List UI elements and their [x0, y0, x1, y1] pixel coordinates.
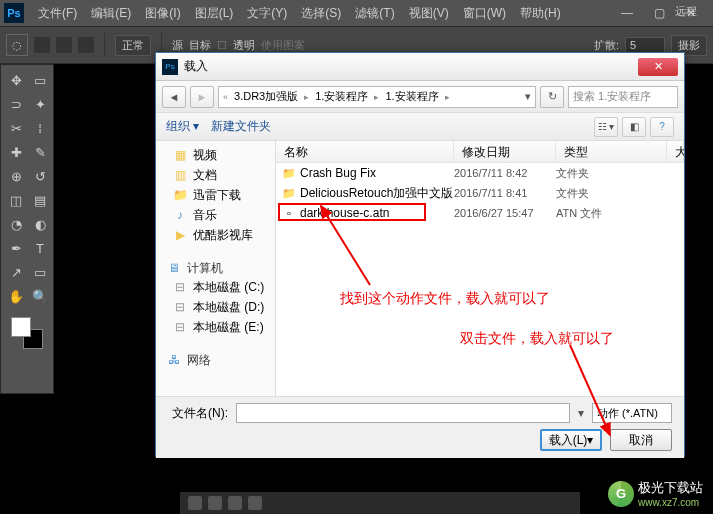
file-list: 名称 修改日期 类型 大 📁Crash Bug Fix 2016/7/11 8:… [276, 141, 684, 396]
sidebar-computer[interactable]: 🖥计算机 [156, 255, 275, 277]
folder-icon: 📁 [282, 167, 296, 179]
cancel-button[interactable]: 取消 [610, 429, 672, 451]
opt-mode[interactable]: 正常 [115, 35, 151, 56]
menu-view[interactable]: 视图(V) [403, 2, 455, 25]
swatch-3[interactable] [78, 37, 94, 53]
breadcrumb-1[interactable]: 1.安装程序 [311, 89, 372, 104]
swatch-1[interactable] [34, 37, 50, 53]
sidebar-network[interactable]: 🖧网络 [156, 347, 275, 369]
sidebar-disk-e[interactable]: ⊟本地磁盘 (E:) [156, 317, 275, 337]
folder-icon: 📁 [282, 187, 296, 199]
swatch-2[interactable] [56, 37, 72, 53]
organize-button[interactable]: 组织 ▾ [166, 118, 199, 135]
dialog-close-button[interactable]: ✕ [638, 58, 678, 76]
marquee-tool-icon[interactable]: ▭ [29, 69, 51, 91]
help-button[interactable]: ? [650, 117, 674, 137]
eraser-tool-icon[interactable]: ◫ [5, 189, 27, 211]
hand-tool-icon[interactable]: ✋ [5, 285, 27, 307]
filetype-select[interactable]: 动作 (*.ATN) [592, 403, 672, 423]
list-row[interactable]: ▫dark house-c.atn 2016/6/27 15:47 ATN 文件 [276, 203, 684, 223]
tool-preset-icon[interactable]: ◌ [6, 34, 28, 56]
minimize-button[interactable]: — [613, 4, 641, 22]
view-mode-button[interactable]: ☷ ▾ [594, 117, 618, 137]
brush-tool-icon[interactable]: ✎ [29, 141, 51, 163]
bottom-bar [180, 492, 580, 514]
maximize-button[interactable]: ▢ [645, 4, 673, 22]
col-type[interactable]: 类型 [556, 141, 667, 162]
breadcrumb-2[interactable]: 1.安装程序 [381, 89, 442, 104]
preview-button[interactable]: ◧ [622, 117, 646, 137]
opt-source[interactable]: 源 [172, 38, 183, 53]
breadcrumb-0[interactable]: 3.DR3加强版 [230, 89, 302, 104]
sidebar-disk-c[interactable]: ⊟本地磁盘 (C:) [156, 277, 275, 297]
path-tool-icon[interactable]: ↗ [5, 261, 27, 283]
crop-tool-icon[interactable]: ✂ [5, 117, 27, 139]
col-size[interactable]: 大 [667, 141, 684, 162]
menu-type[interactable]: 文字(Y) [241, 2, 293, 25]
new-folder-button[interactable]: 新建文件夹 [211, 118, 271, 135]
filename-label: 文件名(N): [168, 405, 228, 422]
dialog-body: ▦视频 ▥文档 📁迅雷下载 ♪音乐 ▶优酷影视库 🖥计算机 ⊟本地磁盘 (C:)… [156, 141, 684, 396]
sidebar-video[interactable]: ▦视频 [156, 145, 275, 165]
nav-back-button[interactable]: ◄ [162, 86, 186, 108]
sidebar-disk-d[interactable]: ⊟本地磁盘 (D:) [156, 297, 275, 317]
zoom-tool-icon[interactable]: 🔍 [29, 285, 51, 307]
lasso-tool-icon[interactable]: ⊃ [5, 93, 27, 115]
heal-tool-icon[interactable]: ✚ [5, 141, 27, 163]
remote-label: 远程 [675, 4, 697, 19]
history-brush-icon[interactable]: ↺ [29, 165, 51, 187]
nav-refresh-button[interactable]: ↻ [540, 86, 564, 108]
dialog-toolbar: 组织 ▾ 新建文件夹 ☷ ▾ ◧ ? [156, 113, 684, 141]
menu-window[interactable]: 窗口(W) [457, 2, 512, 25]
menu-help[interactable]: 帮助(H) [514, 2, 567, 25]
blur-tool-icon[interactable]: ◔ [5, 213, 27, 235]
sidebar-xunlei[interactable]: 📁迅雷下载 [156, 185, 275, 205]
menu-file[interactable]: 文件(F) [32, 2, 83, 25]
pen-tool-icon[interactable]: ✒ [5, 237, 27, 259]
type-tool-icon[interactable]: T [29, 237, 51, 259]
dodge-tool-icon[interactable]: ◐ [29, 213, 51, 235]
menu-select[interactable]: 选择(S) [295, 2, 347, 25]
bb-play-icon[interactable] [188, 496, 202, 510]
list-row[interactable]: 📁Crash Bug Fix 2016/7/11 8:42 文件夹 [276, 163, 684, 183]
fg-color[interactable] [11, 317, 31, 337]
load-button[interactable]: 载入(L) ▾ [540, 429, 602, 451]
dialog-nav-bar: ◄ ► « 3.DR3加强版 ▸ 1.安装程序 ▸ 1.安装程序 ▸ ▾ ↻ 搜… [156, 81, 684, 113]
window-controls: — ▢ ✕ [613, 4, 713, 22]
bb-stop-icon[interactable] [228, 496, 242, 510]
color-swatches[interactable] [11, 317, 43, 349]
sidebar-youku[interactable]: ▶优酷影视库 [156, 225, 275, 245]
sidebar-docs[interactable]: ▥文档 [156, 165, 275, 185]
ps-toolbox: ✥ ▭ ⊃ ✦ ✂ ⁞ ✚ ✎ ⊕ ↺ ◫ ▤ ◔ ◐ ✒ T ↗ ▭ ✋ 🔍 [0, 64, 54, 394]
opt-target[interactable]: 目标 [189, 38, 211, 53]
menu-image[interactable]: 图像(I) [139, 2, 186, 25]
sidebar: ▦视频 ▥文档 📁迅雷下载 ♪音乐 ▶优酷影视库 🖥计算机 ⊟本地磁盘 (C:)… [156, 141, 276, 396]
nav-fwd-button[interactable]: ► [190, 86, 214, 108]
filename-input[interactable] [236, 403, 570, 423]
col-date[interactable]: 修改日期 [454, 141, 556, 162]
ps-menu-bar: Ps 文件(F) 编辑(E) 图像(I) 图层(L) 文字(Y) 选择(S) 滤… [0, 0, 713, 26]
opt-diffusion-input[interactable] [625, 37, 665, 53]
menu-edit[interactable]: 编辑(E) [85, 2, 137, 25]
sidebar-music[interactable]: ♪音乐 [156, 205, 275, 225]
eyedropper-tool-icon[interactable]: ⁞ [29, 117, 51, 139]
annotation-text-2: 双击文件，载入就可以了 [460, 330, 614, 348]
stamp-tool-icon[interactable]: ⊕ [5, 165, 27, 187]
opt-diffusion-label: 扩散: [594, 38, 619, 53]
dialog-footer: 文件名(N): ▾ 动作 (*.ATN) 载入(L) ▾ 取消 [156, 396, 684, 458]
opt-transparent[interactable]: 透明 [233, 38, 255, 53]
wand-tool-icon[interactable]: ✦ [29, 93, 51, 115]
search-input[interactable]: 搜索 1.安装程序 [568, 86, 678, 108]
watermark-text: 极光下载站 [638, 479, 703, 497]
gradient-tool-icon[interactable]: ▤ [29, 189, 51, 211]
menu-filter[interactable]: 滤镜(T) [349, 2, 400, 25]
shape-tool-icon[interactable]: ▭ [29, 261, 51, 283]
menu-layer[interactable]: 图层(L) [189, 2, 240, 25]
breadcrumb[interactable]: « 3.DR3加强版 ▸ 1.安装程序 ▸ 1.安装程序 ▸ ▾ [218, 86, 536, 108]
move-tool-icon[interactable]: ✥ [5, 69, 27, 91]
bb-next-icon[interactable] [208, 496, 222, 510]
watermark-logo-icon: G [608, 481, 634, 507]
col-name[interactable]: 名称 [276, 141, 454, 162]
list-row[interactable]: 📁DeliciousRetouch加强中文版 2016/7/11 8:41 文件… [276, 183, 684, 203]
bb-btn-icon[interactable] [248, 496, 262, 510]
